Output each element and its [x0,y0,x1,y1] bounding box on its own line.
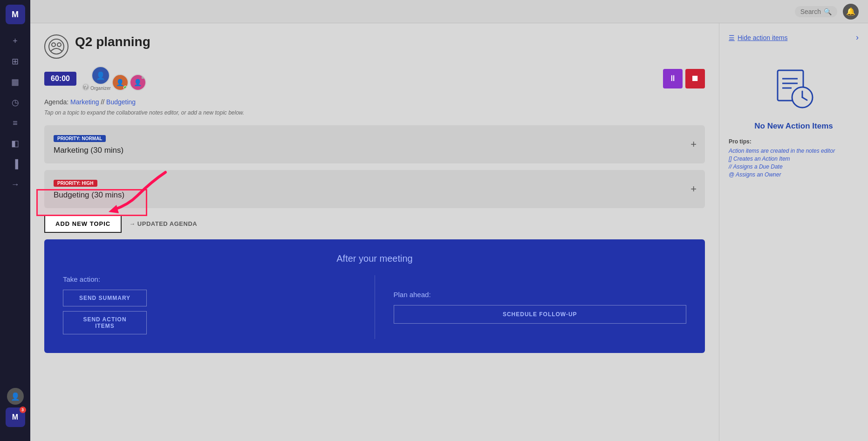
main-area: Search 🔍 🔔 Q2 planning [30,0,868,441]
topbar: Search 🔍 🔔 [30,0,868,23]
sidebar: M + ⊞ ▦ ◷ ≡ ◧ ▐ → 👤 M 3 [0,0,30,441]
svg-point-2 [57,43,61,47]
user-avatar[interactable]: 👤 [7,388,24,405]
topic-marketing-title: Marketing (30 mins) [54,146,696,155]
search-label: Search [800,8,821,15]
no-action-icon [729,66,859,112]
agenda-budgeting-link[interactable]: Budgeting [106,98,136,106]
online-indicator [123,86,127,89]
topic-add-button[interactable]: + [690,138,697,150]
meeting-header: Q2 planning [44,34,705,59]
sidebar-item-calendar[interactable]: ▦ [7,74,24,90]
panel-chevron-icon[interactable]: › [856,33,859,42]
search-bar[interactable]: Search 🔍 [795,6,837,17]
sidebar-item-clock[interactable]: ◷ [7,94,24,111]
agenda-hint: Tap on a topic to expand the collaborati… [44,109,705,116]
pro-tip-1: Action items are created in the notes ed… [729,148,859,154]
schedule-followup-button[interactable]: SCHEDULE FOLLOW-UP [394,305,687,324]
send-action-items-button[interactable]: SEND ACTION ITEMS [63,311,147,334]
timer-display: 60:00 [44,72,76,86]
priority-normal-badge: PRIORITY: NORMAL [54,135,106,142]
avatar-2: 👤 [112,74,129,91]
no-action-title: No New Action Items [729,122,859,131]
topic-card-marketing[interactable]: PRIORITY: NORMAL Marketing (30 mins) + [44,125,705,163]
avatar-question: ? [82,83,89,91]
right-panel-header: ☰ Hide action items › [729,33,859,42]
organizer-label: Organizer [90,86,111,91]
content-wrapper: Q2 planning 60:00 ? 👤 Organizer 👤 [30,23,868,441]
hamburger-icon: ☰ [729,34,735,41]
add-topic-area: ADD NEW TOPIC → UPDATED AGENDA [44,215,705,233]
take-action-label: Take action: [63,275,356,283]
after-meeting-body: Take action: SEND SUMMARY SEND ACTION IT… [63,275,686,339]
app-logo[interactable]: M [6,5,25,24]
sidebar-item-list[interactable]: ≡ [7,115,24,131]
pause-button[interactable]: ⏸ [663,69,683,88]
topic-add-button-2[interactable]: + [690,183,697,195]
after-meeting-title: After your meeting [63,253,686,264]
pro-tips: Pro tips: Action items are created in th… [729,138,859,179]
sidebar-item-grid[interactable]: ⊞ [7,53,24,70]
priority-high-badge: PRIORITY: HIGH [54,180,97,187]
add-new-topic-button[interactable]: ADD NEW TOPIC [44,215,122,233]
svg-point-0 [49,39,64,54]
pro-tip-4: @ Assigns an Owner [729,171,859,178]
meeting-controls: ⏸ ⏹ [663,69,705,88]
after-meeting-section: After your meeting Take action: SEND SUM… [44,239,705,353]
sidebar-item-layers[interactable]: ◧ [7,135,24,152]
send-summary-button[interactable]: SEND SUMMARY [63,290,147,306]
agenda-label: Agenda: [44,98,68,106]
pro-tip-2: [] Creates an Action Item [729,156,859,162]
sidebar-item-arrow[interactable]: → [7,176,24,193]
meeting-meta: 60:00 ? 👤 Organizer 👤 👤 [44,66,705,91]
agenda-marketing-link[interactable]: Marketing [70,98,101,106]
topic-card-budgeting[interactable]: PRIORITY: HIGH Budgeting (30 mins) + [44,170,705,208]
meeting-icon [44,34,68,59]
search-icon: 🔍 [824,8,832,15]
badge-count: 3 [20,407,26,413]
plan-ahead-area: Plan ahead: SCHEDULE FOLLOW-UP [375,275,687,339]
stop-button[interactable]: ⏹ [685,69,705,88]
updated-agenda-button[interactable]: → UPDATED AGENDA [129,220,197,227]
agenda-breadcrumb: Agenda: Marketing // Budgeting [44,98,705,106]
avatar-organizer: 👤 Organizer [90,66,111,91]
take-action-area: Take action: SEND SUMMARY SEND ACTION IT… [63,275,375,339]
notification-badge[interactable]: M 3 [6,407,25,432]
topic-budgeting-title: Budgeting (30 mins) [54,190,696,200]
meeting-title: Q2 planning [75,34,150,49]
hide-action-items-button[interactable]: ☰ Hide action items [729,34,787,41]
right-panel: ☰ Hide action items › [719,23,868,441]
avatar-1: 👤 [91,66,110,85]
pro-tip-3: // Assigns a Due Date [729,163,859,170]
arrow-icon: → [129,220,137,227]
notification-button[interactable]: 🔔 [843,4,859,20]
plan-ahead-label: Plan ahead: [394,291,687,299]
pro-tips-title: Pro tips: [729,138,859,145]
svg-point-1 [52,43,55,47]
sidebar-item-chart[interactable]: ▐ [7,156,24,172]
avatars-group: ? 👤 Organizer 👤 👤 [82,66,146,91]
sidebar-item-plus[interactable]: + [7,33,24,49]
meeting-content: Q2 planning 60:00 ? 👤 Organizer 👤 [30,23,719,441]
avatar-3: 👤 [130,74,146,91]
